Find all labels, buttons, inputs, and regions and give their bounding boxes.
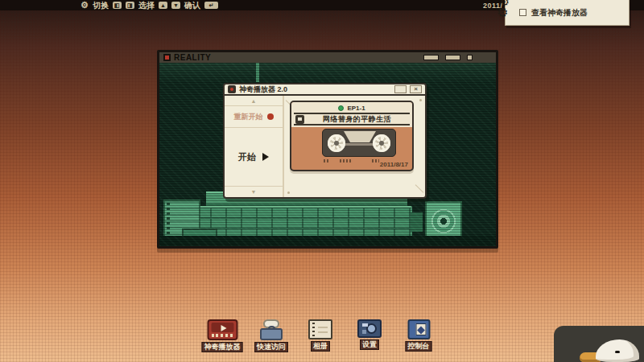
episode-row: EP1-1 <box>291 102 412 113</box>
cassette-print-mark <box>340 159 353 162</box>
right-spool-icon <box>373 134 390 152</box>
play-icon <box>221 325 226 331</box>
dock-item-console[interactable]: 控制台 <box>406 319 432 352</box>
camera-label-icon <box>295 115 304 124</box>
camera-settings-icon <box>357 319 382 338</box>
title-label-row: 网络替身的平静生活 <box>294 113 410 125</box>
view-player-checkbox[interactable] <box>519 9 526 16</box>
switch-right-key-icon: ◨ <box>126 2 134 9</box>
dock-label: 设置 <box>360 339 379 350</box>
icon-detail <box>312 323 315 336</box>
reality-app-icon <box>163 54 171 61</box>
cassette-print-mark <box>372 159 379 162</box>
hint-switch-label: 切换 <box>93 0 109 11</box>
reality-button-3[interactable] <box>467 55 473 60</box>
icon-detail <box>318 327 328 328</box>
player-menu-column: ▲ 重新开始 开始 ▼ <box>225 96 284 197</box>
hint-confirm-label: 确认 <box>184 0 200 11</box>
view-menu-panel: ⚙ ⚙ 查看神奇播放器 <box>505 0 630 26</box>
player-close-button[interactable]: × <box>410 85 422 93</box>
screw-icon <box>287 191 290 194</box>
dock-item-magic-player[interactable]: 神奇播放器 <box>202 319 243 352</box>
reality-button-2[interactable] <box>445 55 460 60</box>
magic-player-window: 神奇播放器 2.0 × ▲ 重新开始 开始 <box>223 83 427 199</box>
episode-title: 网络替身的平静生活 <box>304 114 410 125</box>
scene-desk-edge <box>159 236 496 246</box>
reality-title: REALITY <box>174 52 211 63</box>
duck-eye <box>615 351 620 353</box>
screw-icon <box>419 99 422 101</box>
tape-window <box>322 129 396 157</box>
cassette-print-mark <box>324 159 328 162</box>
dock-label: 快速访问 <box>254 342 288 352</box>
control-hints: ⚙ 切换 ◧ ◨ 选择 ▲ ▼ 确认 ↵ <box>80 0 218 10</box>
menu-gear-icon: ⚙ <box>497 6 508 19</box>
reality-window: REALITY 神奇播放器 2.0 <box>157 50 498 249</box>
dock-item-settings[interactable]: 设置 <box>357 319 382 350</box>
play-icon <box>262 153 269 161</box>
confirm-enter-key-icon: ↵ <box>204 2 218 9</box>
screen-artifact <box>256 63 259 82</box>
switch-left-key-icon: ◧ <box>113 2 122 9</box>
reality-titlebar-buttons <box>423 55 473 60</box>
start-label: 开始 <box>238 151 256 163</box>
player-titlebar[interactable]: 神奇播放器 2.0 × <box>225 84 425 96</box>
film-strip-icon <box>211 334 233 337</box>
screen-glow <box>159 63 496 84</box>
dock-label: 相册 <box>311 341 330 352</box>
reality-titlebar: REALITY <box>159 52 496 63</box>
scene-box <box>411 212 423 232</box>
tape-window-highlight <box>344 131 376 142</box>
player-title: 神奇播放器 2.0 <box>239 84 287 94</box>
select-down-key-icon: ▼ <box>171 2 180 9</box>
menu-scroll-down[interactable]: ▼ <box>225 186 283 197</box>
console-icon <box>407 319 430 339</box>
restart-option[interactable]: 重新开始 <box>225 106 283 128</box>
cassette-panel: EP1-1 网络替身的平静生活 <box>284 96 425 197</box>
menu-scroll-up[interactable]: ▲ <box>225 96 283 106</box>
player-body: ▲ 重新开始 开始 ▼ <box>225 96 425 197</box>
gear-icon[interactable]: ⚙ <box>80 0 89 10</box>
tape-strip <box>345 143 373 146</box>
player-app-icon <box>228 85 236 93</box>
cassette-label-area: EP1-1 网络替身的平静生活 <box>291 102 412 127</box>
icon-detail <box>362 323 368 327</box>
record-dot-icon <box>267 113 274 120</box>
restart-label: 重新开始 <box>234 112 263 122</box>
dock-label: 控制台 <box>406 341 432 352</box>
episode-dot-icon <box>338 105 344 111</box>
dock-label: 神奇播放器 <box>202 342 243 352</box>
start-option[interactable]: 开始 <box>225 128 283 186</box>
view-player-menu-item[interactable]: 查看神奇播放器 <box>531 7 588 19</box>
icon-detail <box>362 330 366 334</box>
select-up-key-icon: ▲ <box>159 2 167 9</box>
duck-mascot[interactable] <box>580 338 641 362</box>
cassette-tape: EP1-1 网络替身的平静生活 <box>290 101 414 171</box>
bag-icon <box>260 328 283 340</box>
left-spool-icon <box>328 134 345 152</box>
photo-album-icon <box>308 319 332 339</box>
hint-select-label: 选择 <box>138 0 155 11</box>
game-screen: ⚙ 切换 ◧ ◨ 选择 ▲ ▼ 确认 ↵ 2011/ ⚙ ⚙ 查看神奇播放器 R… <box>0 0 644 362</box>
quick-access-icon <box>258 319 284 340</box>
notebook-spiral <box>167 202 170 239</box>
panel-decoration <box>415 184 424 193</box>
cassette-date: 2011/8/17 <box>380 161 408 168</box>
scene-keyboard <box>195 206 412 240</box>
magic-player-icon <box>207 319 237 340</box>
reality-button-1[interactable] <box>423 55 439 60</box>
corner-panel <box>554 326 644 362</box>
dock-item-quick-access[interactable]: 快速访问 <box>254 319 288 352</box>
dock-item-album[interactable]: 相册 <box>308 319 332 352</box>
player-minimize-button[interactable] <box>394 85 407 93</box>
episode-number: EP1-1 <box>347 105 365 112</box>
icon-detail <box>318 331 328 333</box>
crt-screen: 神奇播放器 2.0 × ▲ 重新开始 开始 <box>159 63 496 246</box>
